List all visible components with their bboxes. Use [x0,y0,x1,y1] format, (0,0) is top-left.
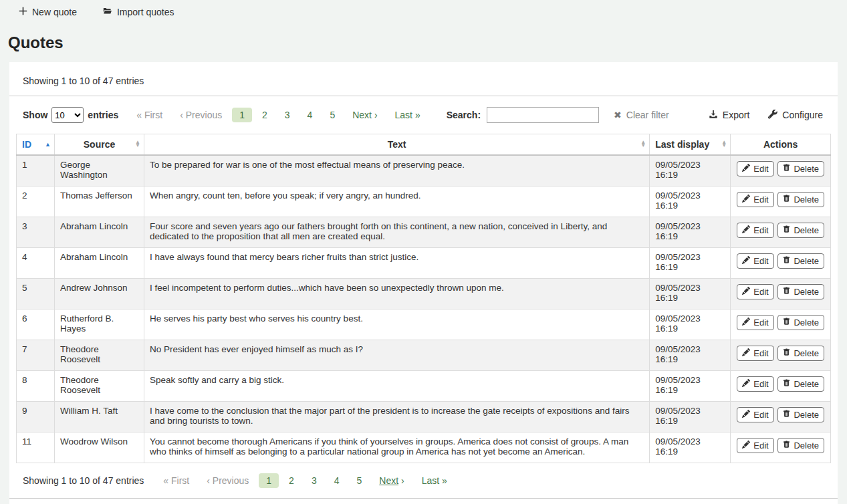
delete-button[interactable]: Delete [777,315,824,330]
delete-button[interactable]: Delete [777,284,824,299]
page-number-link-5[interactable]: 5 [349,473,369,488]
last-page-link[interactable]: Last » [388,108,428,122]
page-number-link-3[interactable]: 3 [304,473,324,488]
page-size-select[interactable]: 10 [51,107,84,123]
edit-button[interactable]: Edit [737,192,773,207]
clear-filter-button[interactable]: ✖ Clear filter [614,110,669,120]
cell-actions: Edit Delete [731,186,831,217]
last-page-link[interactable]: Last » [414,473,455,488]
previous-page-link[interactable]: ‹ Previous [199,473,256,488]
previous-page-link-label: Previous [213,475,249,486]
configure-button[interactable]: Configure [768,110,823,121]
wrench-icon [768,110,777,121]
column-header-actions: Actions [731,134,831,156]
cell-text: No President has ever enjoyed himself as… [144,340,650,371]
first-page-link[interactable]: « First [156,473,197,488]
delete-button[interactable]: Delete [777,438,824,453]
search-input[interactable] [487,107,599,123]
table-row: 2 Thomas Jefferson When angry, count ten… [17,186,831,217]
sort-both-icon: ▲▼ [640,141,646,148]
import-quotes-button[interactable]: Import quotes [102,7,174,17]
search-label: Search: [447,110,481,120]
cell-text: I feel incompetent to perform duties...w… [144,279,650,309]
cell-id: 3 [17,217,55,248]
edit-button[interactable]: Edit [737,376,773,392]
page-number-link-2[interactable]: 2 [255,108,275,122]
previous-page-link-chevron-icon: ‹ [180,110,183,120]
cell-source: Theodore Roosevelt [55,371,144,402]
page-number-link-5[interactable]: 5 [322,108,342,122]
import-quotes-label: Import quotes [117,7,174,17]
pencil-icon [742,318,750,328]
edit-button[interactable]: Edit [737,346,773,361]
delete-button[interactable]: Delete [777,161,824,176]
cell-last-display: 09/05/2023 16:19 [650,186,731,217]
column-header-text[interactable]: Text ▲▼ [144,134,650,156]
cell-source: Andrew Johnson [55,279,144,309]
bottom-controls: Showing 1 to 10 of 47 entries « First‹ P… [23,473,831,488]
table-header-row: ID ▲ Source ▲▼ Text ▲▼ Last display ▲▼ A… [17,134,831,156]
column-header-source[interactable]: Source ▲▼ [55,134,144,156]
trash-icon [783,379,790,389]
edit-button[interactable]: Edit [737,284,773,299]
cell-actions: Edit Delete [731,340,831,371]
next-page-link-label: Next [352,110,372,120]
delete-button[interactable]: Delete [777,192,824,207]
edit-button[interactable]: Edit [737,315,773,330]
download-icon [709,110,718,121]
column-header-id[interactable]: ID ▲ [17,134,55,156]
edit-button[interactable]: Edit [737,161,773,176]
delete-button[interactable]: Delete [777,407,824,422]
trash-icon [783,348,790,358]
cell-text: He serves his party best who serves his … [144,309,650,340]
cell-actions: Edit Delete [731,371,831,402]
table-row: 4 Abraham Lincoln I have always found th… [17,248,831,279]
last-page-link-chevron-icon: » [442,475,447,486]
column-header-last-display[interactable]: Last display ▲▼ [650,134,731,156]
sort-both-icon: ▲▼ [721,141,727,148]
table-controls: Show 10 entries « First‹ Previous12345Ne… [23,107,831,123]
export-label: Export [723,110,749,120]
cell-id: 5 [17,279,55,309]
source-header-label: Source [84,139,115,150]
cell-source: Abraham Lincoln [55,248,144,279]
first-page-link[interactable]: « First [129,108,170,122]
delete-button[interactable]: Delete [777,223,824,238]
next-page-link[interactable]: Next › [372,473,411,488]
cell-source: William H. Taft [55,402,144,432]
cell-actions: Edit Delete [731,432,831,463]
first-page-link-label: First [144,110,162,120]
configure-label: Configure [782,110,823,120]
cell-last-display: 09/05/2023 16:19 [650,217,731,248]
pencil-icon [742,195,750,205]
page-number-link-1[interactable]: 1 [259,473,279,488]
cell-source: Rutherford B. Hayes [55,309,144,340]
cell-actions: Edit Delete [731,279,831,309]
entries-label: entries [88,110,118,120]
edit-button[interactable]: Edit [737,438,773,453]
next-page-link-chevron-icon: › [401,475,404,486]
cell-id: 7 [17,340,55,371]
new-quote-button[interactable]: New quote [19,7,77,17]
new-quote-label: New quote [32,7,77,17]
export-button[interactable]: Export [709,110,749,121]
page-number-link-1[interactable]: 1 [232,108,252,122]
delete-button[interactable]: Delete [777,346,824,361]
edit-button[interactable]: Edit [737,253,773,269]
page-number-link-4[interactable]: 4 [300,108,320,122]
page-number-link-2[interactable]: 2 [281,473,301,488]
previous-page-link[interactable]: ‹ Previous [172,108,229,122]
delete-button[interactable]: Delete [777,376,824,392]
table-row: 5 Andrew Johnson I feel incompetent to p… [17,279,831,309]
last-page-link-label: Last [395,110,412,120]
page-number-link-4[interactable]: 4 [327,473,347,488]
edit-button[interactable]: Edit [737,223,773,238]
edit-button[interactable]: Edit [737,407,773,422]
cell-last-display: 09/05/2023 16:19 [650,340,731,371]
delete-button[interactable]: Delete [777,253,824,269]
page-number-link-3[interactable]: 3 [277,108,297,122]
previous-page-link-label: Previous [186,110,222,120]
next-page-link[interactable]: Next › [345,108,384,122]
trash-icon [783,287,790,297]
pencil-icon [742,348,750,358]
